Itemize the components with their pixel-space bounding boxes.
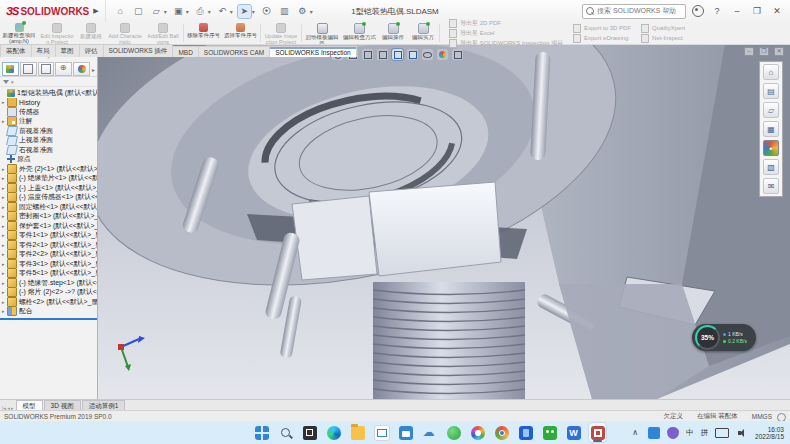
taskbar-app-green[interactable]	[445, 423, 462, 442]
save-icon[interactable]: ▣	[172, 5, 185, 18]
tree-item[interactable]: 传感器	[0, 107, 97, 117]
edit-appearance-icon[interactable]	[437, 49, 448, 60]
taskbar-search[interactable]	[277, 423, 294, 442]
tree-item[interactable]: ▸(-) 绝缘垫片<1> (默认<<默认>_显	[0, 174, 97, 184]
display-style-icon[interactable]	[407, 49, 418, 60]
tab-mbd[interactable]: MBD	[172, 46, 198, 57]
tab-featuremanager-tree[interactable]	[2, 62, 19, 76]
tab-装配体[interactable]: 装配体	[0, 44, 32, 57]
tree-item[interactable]: ▸外壳 (2)<1> (默认<<默认>_显示状	[0, 164, 97, 174]
tree-root-assembly[interactable]: 1型铠装热电偶 (默认<默认_显示状态-1	[0, 88, 97, 98]
tree-item[interactable]: ▸(-) 熔片 (2)<2> ->? (默认<<默认	[0, 288, 97, 298]
tree-item[interactable]: ▸零件2<2> (默认<<默认>_显示状态	[0, 250, 97, 260]
apply-scene-icon[interactable]	[452, 49, 463, 60]
taskbar-edge[interactable]	[325, 423, 342, 442]
new-file-icon[interactable]: ▢	[132, 5, 145, 18]
print-dropdown-icon[interactable]: ▾	[208, 8, 211, 15]
tree-item[interactable]: 原点	[0, 155, 97, 165]
ribbon-button-launch-template-editor[interactable]: 启动模板编辑器	[303, 22, 341, 44]
restore-button[interactable]: ❐	[750, 6, 764, 16]
solidworks-menu[interactable]: ЗS SOLIDWORKS ▶	[0, 0, 106, 22]
tray-onedrive-icon[interactable]	[648, 427, 660, 439]
tab-评估[interactable]: 评估	[79, 44, 104, 57]
tree-item[interactable]: 右视基准面	[0, 145, 97, 155]
taskbar-photos[interactable]	[469, 423, 486, 442]
tree-item[interactable]: ▸密封圈<1> (默认<<默认>_显示状	[0, 212, 97, 222]
ribbon-button-new-inspection-project[interactable]: 新建检查项目(amp;N)	[0, 22, 38, 44]
help-button[interactable]: ?	[710, 6, 724, 16]
doc-restore-icon[interactable]: ❐	[759, 47, 769, 56]
tree-item[interactable]: ▸(-) 上盖<1> (默认<<默认>_显示状	[0, 183, 97, 193]
tree-item[interactable]: ▸零件2<1> (默认<<默认>_显示状态	[0, 240, 97, 250]
open-file-dropdown-icon[interactable]: ▾	[164, 8, 167, 15]
tree-rollback-bar[interactable]	[0, 318, 97, 320]
tab-草图[interactable]: 草图	[55, 44, 80, 57]
open-file-icon[interactable]: ▱	[150, 5, 163, 18]
ribbon-button-edit-operations[interactable]: 编辑操作	[378, 22, 408, 44]
undo-icon[interactable]: ↶	[216, 5, 229, 18]
tray-shield-icon[interactable]	[667, 427, 679, 439]
tray-speaker-icon[interactable]	[736, 427, 748, 439]
ribbon-button-edit-classifications[interactable]: 编辑实方	[408, 22, 438, 44]
tree-item[interactable]: ▸注解	[0, 117, 97, 127]
panel-tabs-overflow-icon[interactable]: ▸	[92, 66, 95, 73]
user-account-icon[interactable]	[692, 5, 704, 17]
select-cursor-dropdown-icon[interactable]: ▾	[252, 8, 255, 15]
taskbar-start[interactable]	[253, 423, 270, 442]
ime-mode[interactable]: 拼	[701, 428, 709, 438]
tray-chevron-icon[interactable]: ∧	[629, 427, 641, 439]
taskbar-wechat[interactable]	[541, 423, 558, 442]
view-orientation-icon[interactable]	[392, 49, 403, 60]
hide-show-items-icon[interactable]	[422, 49, 433, 60]
options-gear-icon[interactable]: ⚙	[296, 5, 309, 18]
options-gear-dropdown-icon[interactable]: ▾	[310, 8, 313, 15]
tree-item[interactable]: ▸零件5<1> (默认<<默认>_显示状态	[0, 269, 97, 279]
ribbon-button-edit-methods[interactable]: 编辑检查方式	[341, 22, 378, 44]
tab-solidworks-插件[interactable]: SOLIDWORKS 插件	[103, 44, 174, 57]
tree-item[interactable]: 前视基准面	[0, 126, 97, 136]
taskbar-task-view[interactable]	[301, 423, 318, 442]
minimize-button[interactable]: –	[730, 6, 744, 16]
taskbar-store[interactable]	[397, 423, 414, 442]
tree-item[interactable]: ▸零件3<1> (默认<<默认>_显示状态	[0, 259, 97, 269]
ribbon-button-select-balloons[interactable]: 选择零件序号	[222, 22, 259, 44]
undo-dropdown-icon[interactable]: ▾	[230, 8, 233, 15]
tree-item[interactable]: ▸螺栓<2> (默认<<默认>_显示状态	[0, 297, 97, 307]
taskbar-clock[interactable]: 16:03 2022/8/15	[755, 426, 784, 440]
tree-item[interactable]: ▸零件1<1> (默认<<默认>_显示状态	[0, 231, 97, 241]
cad-model-3d-view[interactable]	[97, 44, 790, 399]
tab-propertymanager[interactable]	[20, 62, 37, 76]
close-button[interactable]: ✕	[770, 6, 784, 16]
search-input[interactable]: 搜索 SOLIDWORKS 帮助	[582, 4, 686, 19]
doc-close-icon[interactable]: ✕	[774, 47, 784, 56]
taskbar-phone-link[interactable]	[517, 423, 534, 442]
solidworks-forum-icon[interactable]: ✉	[763, 178, 779, 194]
tab-solidworks-inspection[interactable]: SOLIDWORKS Inspection	[269, 46, 357, 57]
design-library-icon[interactable]: ▤	[763, 83, 779, 99]
tray-display-icon[interactable]	[715, 428, 729, 438]
taskbar-active-app[interactable]	[589, 423, 606, 442]
tree-item[interactable]: ▸(-) 温度传感器<1> (默认<<默认>_	[0, 193, 97, 203]
file-explorer-icon[interactable]: ▱	[763, 102, 779, 118]
previous-view-icon[interactable]	[362, 49, 373, 60]
tree-filter-bar[interactable]: ▾	[0, 77, 97, 87]
doc-minimize-icon[interactable]: –	[744, 47, 754, 56]
tree-item[interactable]: ▸固定螺栓<1> (默认<<默认>_显示	[0, 202, 97, 212]
select-cursor-icon[interactable]: ➤	[238, 5, 251, 18]
tree-item[interactable]: ▸(-) 绝缘管.step<1> (默认<<默认>	[0, 278, 97, 288]
tab-displaymanager[interactable]	[73, 62, 90, 76]
home-icon[interactable]: ⌂	[114, 5, 127, 18]
taskbar-file-explorer[interactable]	[349, 423, 366, 442]
taskbar-mail[interactable]	[373, 423, 390, 442]
file-properties-icon[interactable]: ▥	[278, 5, 291, 18]
section-view-icon[interactable]	[377, 49, 388, 60]
tab-configurations[interactable]	[38, 62, 55, 76]
tree-item[interactable]: ▸保护套<1> (默认<<默认>_显示状态	[0, 221, 97, 231]
save-dropdown-icon[interactable]: ▾	[186, 8, 189, 15]
net-speed-widget[interactable]: 35% 1 KB/s 0.2 KB/s	[692, 324, 756, 351]
rebuild-traffic-light-icon[interactable]: ⦿	[260, 5, 273, 18]
filter-dropdown-icon[interactable]: ▾	[11, 79, 14, 85]
tab-solidworks-cam[interactable]: SOLIDWORKS CAM	[198, 46, 270, 57]
tab-布局[interactable]: 布局	[31, 44, 56, 57]
taskbar-chrome[interactable]	[493, 423, 510, 442]
